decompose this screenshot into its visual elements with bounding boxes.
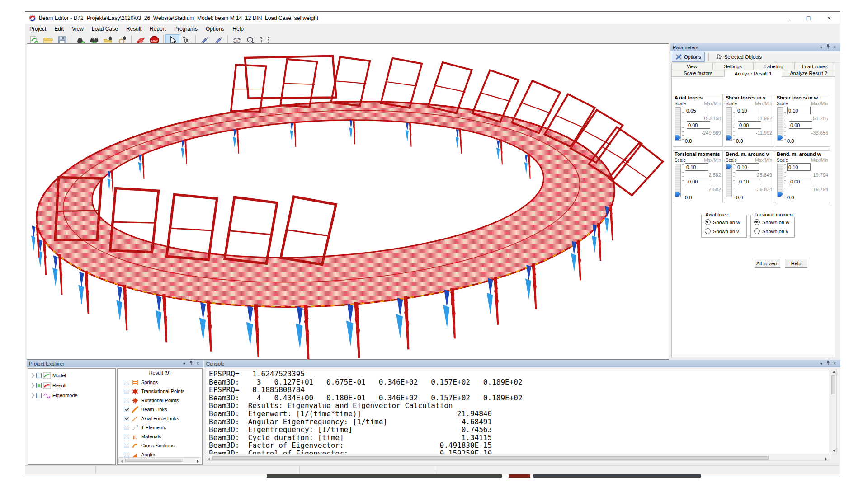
radio-icon[interactable] — [705, 219, 711, 225]
scrollbar-thumb[interactable] — [831, 375, 835, 394]
list-item-cross-sections[interactable]: Cross Sections — [118, 441, 202, 450]
slider-thumb-icon[interactable] — [726, 164, 732, 169]
slider-thumb-icon[interactable] — [675, 135, 681, 140]
console-title-bar[interactable]: Console ▾ × — [204, 360, 840, 367]
list-horizontal-scrollbar[interactable] — [118, 457, 201, 463]
maximize-button[interactable]: □ — [798, 12, 819, 24]
scroll-right-icon[interactable] — [197, 460, 199, 463]
expander-icon[interactable] — [29, 373, 34, 378]
checkbox-icon[interactable] — [124, 452, 129, 457]
scroll-down-icon[interactable] — [832, 450, 836, 452]
scale-slider[interactable] — [726, 107, 732, 141]
model-viewport[interactable] — [27, 43, 669, 360]
expander-icon[interactable] — [29, 393, 34, 398]
offset-value-input[interactable] — [687, 121, 710, 129]
expander-icon[interactable] — [29, 383, 34, 388]
radio-axial-shown-on-v[interactable]: Shown on v — [705, 228, 739, 234]
slider-thumb-icon[interactable] — [675, 192, 681, 197]
scroll-right-icon[interactable] — [825, 457, 827, 461]
slider-thumb-icon[interactable] — [726, 135, 732, 140]
console-output[interactable]: EPSPRQ= 1.6247523395 Beam3D: 3 0.127E+01… — [206, 369, 829, 454]
menu-view[interactable]: View — [68, 26, 88, 32]
checkbox-icon[interactable] — [124, 434, 129, 439]
options-toggle-button[interactable]: Options — [672, 52, 705, 62]
checkbox-icon[interactable] — [36, 393, 42, 398]
menu-options[interactable]: Options — [202, 26, 228, 32]
pin-icon[interactable] — [825, 360, 831, 367]
scale-value-input[interactable] — [685, 107, 708, 114]
menu-loadcase[interactable]: Load Case — [88, 26, 122, 32]
slider-thumb-icon[interactable] — [778, 135, 783, 140]
panel-menu-icon[interactable]: ▾ — [181, 360, 188, 367]
list-item-beam-links[interactable]: Beam Links — [118, 405, 202, 414]
menu-programs[interactable]: Programs — [170, 26, 202, 32]
scale-slider[interactable] — [777, 107, 783, 141]
offset-value-input[interactable] — [687, 178, 710, 185]
offset-value-input[interactable] — [789, 178, 812, 185]
checkbox-icon[interactable] — [124, 380, 129, 385]
panel-menu-icon[interactable]: ▾ — [818, 44, 825, 51]
scale-slider[interactable] — [777, 164, 783, 197]
offset-value-input[interactable] — [789, 121, 812, 129]
radio-icon[interactable] — [754, 228, 760, 234]
list-item-rotational-points[interactable]: Rotational Points — [118, 396, 202, 405]
pin-icon[interactable] — [188, 360, 194, 367]
panel-close-icon[interactable]: × — [194, 360, 201, 367]
menu-edit[interactable]: Edit — [50, 26, 68, 32]
scale-value-input[interactable] — [736, 107, 760, 114]
scroll-left-icon[interactable] — [121, 460, 123, 463]
minimize-button[interactable]: – — [777, 12, 798, 24]
checkbox-icon[interactable] — [36, 373, 42, 378]
scrollbar-thumb[interactable] — [125, 459, 183, 462]
scale-value-input[interactable] — [685, 163, 708, 171]
panel-close-icon[interactable]: × — [831, 360, 838, 367]
checkbox-icon[interactable] — [124, 398, 129, 403]
slider-thumb-icon[interactable] — [778, 192, 783, 197]
project-explorer-title-bar[interactable]: Project Explorer ▾ × — [27, 360, 203, 367]
scroll-left-icon[interactable] — [208, 457, 210, 461]
tree-item-model[interactable]: Model — [28, 371, 115, 380]
panel-menu-icon[interactable]: ▾ — [818, 360, 825, 367]
close-button[interactable]: × — [819, 12, 840, 24]
checkbox-icon[interactable] — [124, 389, 129, 394]
radio-icon[interactable] — [705, 228, 711, 234]
offset-value-input[interactable] — [738, 121, 761, 129]
checkbox-icon[interactable] — [124, 416, 129, 421]
scale-slider[interactable] — [675, 164, 681, 197]
scale-slider[interactable] — [726, 164, 732, 197]
menu-project[interactable]: Project — [25, 26, 50, 32]
scale-value-input[interactable] — [787, 163, 811, 171]
radio-axial-shown-on-w[interactable]: Shown on w — [705, 219, 740, 225]
checkbox-icon[interactable] — [124, 425, 129, 430]
pin-icon[interactable] — [825, 44, 831, 51]
list-item-axial-force-links[interactable]: Axial Force Links — [118, 414, 202, 423]
tab-analyze-result-1[interactable]: Analyze Result 1 — [725, 70, 782, 78]
menu-report[interactable]: Report — [146, 26, 170, 32]
checkbox-icon[interactable] — [124, 443, 129, 448]
checkbox-icon[interactable] — [124, 407, 129, 412]
menu-help[interactable]: Help — [228, 26, 248, 32]
scroll-up-icon[interactable] — [832, 371, 836, 373]
tree-item-result[interactable]: Result — [28, 380, 115, 390]
all-to-zero-button[interactable]: All to zero — [755, 259, 780, 268]
list-item-springs[interactable]: Springs — [118, 378, 202, 387]
title-bar[interactable]: Beam Editor - D:\2_Projekte\Easy\2020\03… — [25, 12, 840, 24]
menu-result[interactable]: Result — [122, 26, 146, 32]
tree-item-eigenmode[interactable]: Eigenmode — [28, 390, 115, 400]
radio-torsional-shown-on-v[interactable]: Shown on v — [754, 228, 788, 234]
help-button[interactable]: Help — [785, 259, 807, 268]
console-vertical-scrollbar[interactable] — [830, 369, 837, 454]
selected-objects-button[interactable]: Selected Objects — [713, 52, 765, 61]
console-horizontal-scrollbar[interactable] — [206, 455, 829, 461]
radio-torsional-shown-on-w[interactable]: Shown on w — [754, 219, 789, 225]
list-item-t-elements[interactable]: T-Elements — [118, 423, 202, 432]
offset-value-input[interactable] — [738, 178, 761, 185]
radio-icon[interactable] — [754, 219, 760, 225]
list-item-translational-points[interactable]: Translational Points — [118, 387, 202, 396]
scale-value-input[interactable] — [787, 107, 811, 114]
checkbox-icon[interactable] — [36, 383, 42, 388]
list-item-materials[interactable]: E Materials — [118, 432, 202, 441]
panel-close-icon[interactable]: × — [831, 44, 838, 51]
scrollbar-thumb[interactable] — [212, 456, 769, 460]
parameters-title-bar[interactable]: Parameters ▾ × — [670, 43, 840, 51]
